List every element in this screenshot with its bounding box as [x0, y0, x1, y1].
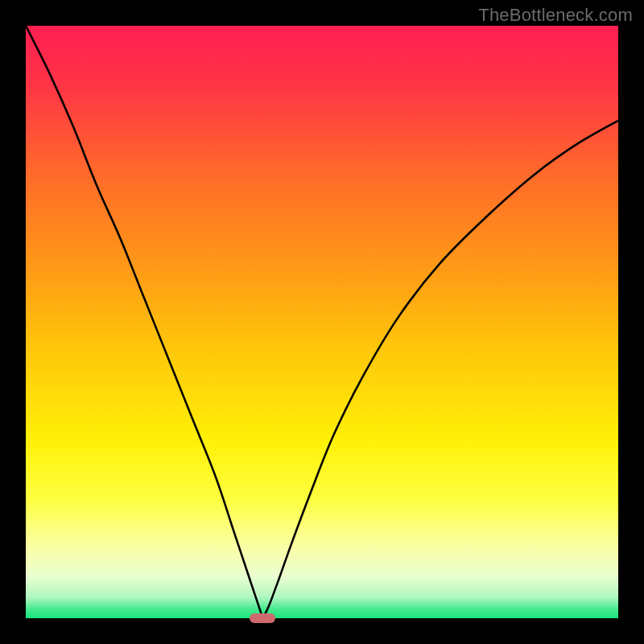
watermark-text: TheBottleneck.com [478, 5, 633, 26]
optimal-point-marker [250, 613, 275, 623]
plot-area [26, 26, 618, 618]
svg-rect-0 [26, 26, 618, 618]
bottleneck-gradient-background [26, 26, 618, 618]
